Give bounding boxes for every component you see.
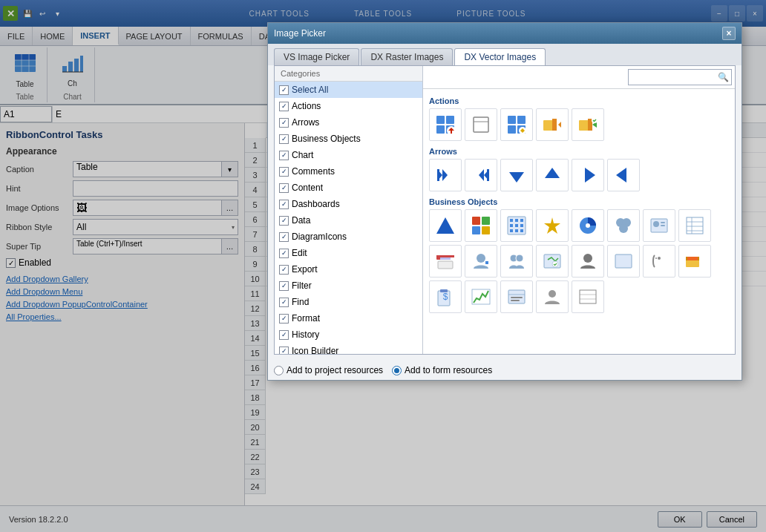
icon-bo-20[interactable] xyxy=(536,280,569,313)
icon-bo-8[interactable] xyxy=(678,209,711,242)
cat-checkbox-format[interactable]: ✓ xyxy=(279,314,289,324)
icon-arrow-5[interactable] xyxy=(572,159,604,191)
svg-rect-19 xyxy=(508,116,516,124)
search-input[interactable] xyxy=(628,69,732,85)
cat-export[interactable]: ✓ Export xyxy=(275,261,422,278)
cat-arrows[interactable]: ✓ Arrows xyxy=(275,114,422,131)
icon-arrow-1[interactable] xyxy=(429,159,462,191)
tab-vs-image[interactable]: VS Image Picker xyxy=(274,48,359,65)
svg-rect-77 xyxy=(615,254,632,268)
icon-bo-7[interactable] xyxy=(643,209,675,242)
cat-dashboards[interactable]: ✓ Dashboards xyxy=(275,196,422,212)
icon-action-1[interactable] xyxy=(429,108,462,141)
icon-action-5[interactable] xyxy=(572,108,604,141)
radio-project-btn[interactable] xyxy=(274,366,284,375)
icon-bo-4[interactable] xyxy=(536,209,569,242)
icon-bo-10[interactable] xyxy=(465,245,497,278)
cat-label-select-all: Select All xyxy=(292,85,328,95)
svg-rect-82 xyxy=(687,257,698,260)
cat-checkbox-iconbuilder[interactable]: ✓ xyxy=(279,347,289,355)
cat-checkbox-chart[interactable]: ✓ xyxy=(279,151,289,160)
icon-action-2[interactable] xyxy=(465,108,497,141)
section-actions: Actions xyxy=(429,96,729,105)
icon-bo-14[interactable] xyxy=(607,245,640,278)
svg-rect-38 xyxy=(472,217,480,225)
icon-bo-21[interactable] xyxy=(572,280,604,313)
radio-form-btn[interactable] xyxy=(392,366,402,375)
cat-checkbox-comments[interactable]: ✓ xyxy=(279,167,289,177)
icon-bo-18[interactable] xyxy=(465,280,497,313)
cat-checkbox-content[interactable]: ✓ xyxy=(279,183,289,193)
icon-action-3[interactable] xyxy=(500,108,533,141)
radio-form-dot xyxy=(394,368,399,373)
icon-bo-13[interactable] xyxy=(572,245,604,278)
icon-arrow-4[interactable] xyxy=(536,159,569,191)
cat-diagramicons[interactable]: ✓ DiagramIcons xyxy=(275,229,422,245)
icon-arrow-2[interactable] xyxy=(465,159,497,191)
cat-edit[interactable]: ✓ Edit xyxy=(275,245,422,261)
dialog-content: Categories ✓ Select All ✓ Actions ✓ Arro… xyxy=(274,65,736,355)
cat-checkbox-select-all[interactable]: ✓ xyxy=(279,85,289,95)
svg-rect-92 xyxy=(580,290,596,303)
cat-checkbox-export[interactable]: ✓ xyxy=(279,265,289,275)
icon-bo-9[interactable] xyxy=(429,245,462,278)
icon-bo-17[interactable]: $ xyxy=(429,280,462,313)
dialog-title: Image Picker xyxy=(274,28,326,39)
search-icon[interactable]: 🔍 xyxy=(718,72,729,82)
icon-bo-12[interactable] xyxy=(536,245,569,278)
cat-checkbox-edit[interactable]: ✓ xyxy=(279,249,289,258)
cat-checkbox-data[interactable]: ✓ xyxy=(279,216,289,226)
icon-action-4[interactable] xyxy=(536,108,569,141)
cat-checkbox-arrows[interactable]: ✓ xyxy=(279,118,289,128)
icon-bo-16[interactable] xyxy=(678,245,711,278)
icon-bo-5[interactable] xyxy=(572,209,604,242)
cat-checkbox-bo[interactable]: ✓ xyxy=(279,134,289,144)
cat-content[interactable]: ✓ Content xyxy=(275,180,422,196)
cat-checkbox-find[interactable]: ✓ xyxy=(279,298,289,307)
cat-find[interactable]: ✓ Find xyxy=(275,294,422,310)
icon-bo-6[interactable] xyxy=(607,209,640,242)
cat-checkbox-history[interactable]: ✓ xyxy=(279,330,289,340)
cat-checkbox-diagramicons[interactable]: ✓ xyxy=(279,232,289,242)
svg-point-79 xyxy=(658,257,661,260)
icon-bo-15[interactable] xyxy=(643,245,675,278)
icon-bo-1[interactable] xyxy=(429,209,462,242)
cat-select-all[interactable]: ✓ Select All xyxy=(275,82,422,98)
cat-data[interactable]: ✓ Data xyxy=(275,212,422,229)
icon-arrow-3[interactable] xyxy=(500,159,533,191)
icon-bo-2[interactable] xyxy=(465,209,497,242)
icon-arrow-6[interactable] xyxy=(607,159,640,191)
svg-point-71 xyxy=(477,254,485,263)
icon-scroll-area[interactable]: Actions xyxy=(423,89,735,354)
cat-history[interactable]: ✓ History xyxy=(275,326,422,343)
svg-point-75 xyxy=(552,261,558,267)
cat-format[interactable]: ✓ Format xyxy=(275,310,422,326)
cat-checkbox-actions[interactable]: ✓ xyxy=(279,102,289,111)
svg-marker-52 xyxy=(544,217,560,234)
dialog-close-button[interactable]: × xyxy=(722,27,736,40)
cat-actions[interactable]: ✓ Actions xyxy=(275,98,422,114)
tab-dx-vector[interactable]: DX Vector Images xyxy=(454,48,546,65)
radio-form-resources[interactable]: Add to form resources xyxy=(392,365,492,375)
svg-rect-74 xyxy=(544,254,560,268)
cat-checkbox-dashboards[interactable]: ✓ xyxy=(279,200,289,209)
svg-rect-16 xyxy=(451,129,452,134)
categories-list[interactable]: ✓ Select All ✓ Actions ✓ Arrows ✓ Busine… xyxy=(275,82,422,354)
cat-filter[interactable]: ✓ Filter xyxy=(275,278,422,294)
cat-checkbox-filter[interactable]: ✓ xyxy=(279,281,289,291)
tab-dx-raster[interactable]: DX Raster Images xyxy=(361,48,453,65)
cat-chart[interactable]: ✓ Chart xyxy=(275,147,422,163)
svg-rect-47 xyxy=(515,224,518,227)
cat-business-objects[interactable]: ✓ Business Objects xyxy=(275,131,422,147)
icon-bo-19[interactable] xyxy=(500,280,533,313)
cat-icon-builder[interactable]: ✓ Icon Builder xyxy=(275,343,422,354)
svg-rect-41 xyxy=(482,226,490,234)
svg-rect-49 xyxy=(510,229,513,232)
icon-bo-3[interactable] xyxy=(500,209,533,242)
radio-project-resources[interactable]: Add to project resources xyxy=(274,365,383,375)
cat-comments[interactable]: ✓ Comments xyxy=(275,163,422,180)
svg-marker-37 xyxy=(436,217,454,234)
cat-label-export: Export xyxy=(292,264,318,275)
svg-rect-21 xyxy=(508,125,516,134)
icon-bo-11[interactable] xyxy=(500,245,533,278)
